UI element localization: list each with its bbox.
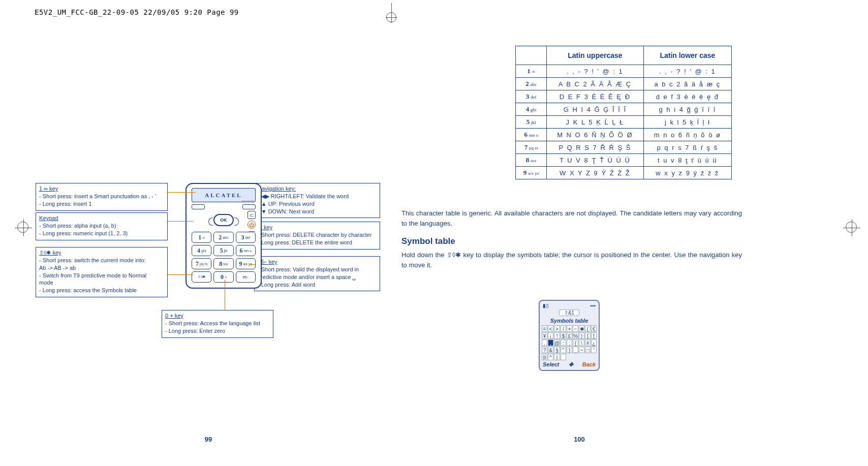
page-number-left: 99 [30,436,386,443]
lowercase-chars: p q r s 7 ß ŕ ş š [643,141,731,154]
key-7: 7pq rs [192,258,211,269]
symbol-cell: □ [585,347,591,353]
uppercase-chars: M N O 6 Ñ Ņ Õ Ö Ø [547,129,644,141]
symbol-cell: : [561,339,566,346]
uppercase-chars: J K L 5 Ķ Ĺ Ļ Ł [547,116,644,129]
ok-button: OK [213,214,234,226]
table-row: 3 defD E F 3 È É Ě Ę Đd e f 3 è é ě ę đ [516,90,732,103]
leader-line [249,231,255,232]
callout-hash-key: #¶⌐ key - Short press: Valid the display… [254,256,380,291]
symbol-cell: £ [567,332,572,339]
softkey-back: Back [582,361,596,368]
symbol-cell: } [567,347,572,353]
symbol-cell: ✱ [579,325,584,332]
symbol-cell: # [585,339,591,346]
phone-screen: ALCATEL [192,188,256,202]
key-6: 6mn o [236,245,256,256]
leader-line [168,192,196,193]
table-row: 8 tuvT U V 8 Ţ Ť Ù Ú Üt u v 8 ţ ť ù ú ü [516,154,732,167]
symbol-cell: + [567,325,572,332]
symbol-cell: _ [573,347,578,353]
lowercase-chars: . , - ? ! ' @ : 1 [643,65,731,78]
callout-title: Keypad [39,215,58,221]
symbol-cell: ; [567,339,572,346]
symbol-cell: @ [554,339,560,346]
symbol-cell: ~ [579,347,584,353]
row-key: 3 def [516,90,547,103]
symbols-table-figure: ▮▯▪▪▪ ⇧&1 Symbols table =<>/+−✱(€¥¡!$£%)… [539,300,600,371]
callout-zero-key: 0 + key - Short press: Access the langua… [162,310,273,338]
symbol-cell: ! [554,332,560,339]
table-row: 7 pq rsP Q R S 7 Ř Ŕ Ş Šp q r s 7 ß ŕ ş … [516,141,732,154]
instruction-text: Hold down the ⇧◊✱ key to display the sym… [401,250,742,270]
signal-icon: ▪▪▪ [590,303,596,308]
symbol-cell: § [554,347,560,353]
doc-header: E5V2_UM_FCC-GB_22-09-05 22/09/05 9:20 Pa… [35,8,239,16]
section-heading: Symbol table [401,235,742,248]
softkey-select: Select [543,361,559,368]
symbol-cell [561,354,566,360]
callout-nav-key: Navigation key: - ◀▶ RIGHT/LEFT: Validat… [254,183,380,218]
symbol-cell: / [561,325,566,332]
key-5: 5jkl [213,245,233,256]
uppercase-chars: A B C 2 Ã Ä Å Æ Ç [547,78,644,90]
lowercase-chars: t u v 8 ţ ť ù ú ü [643,154,731,167]
phone-diagram: ALCATEL OK ⊂ ⏻ 1∞ 2abc 3def 4ghi 5jkl 6m… [185,183,267,289]
table-row: 1 ∞. , - ? ! ' @ : 1. , - ? ! ' @ : 1 [516,65,732,78]
page-left: 1 ∞ key - Short press: insert a Smart pu… [30,30,386,447]
symbol-cell: ¥ [542,332,547,339]
callout-star-key: ⇧◊✱ key - Short press: switch the curren… [36,247,168,297]
row-key: 1 ∞ [516,65,547,78]
symbol-cell: \ [579,339,584,346]
uppercase-chars: W X Y Z 9 Ý Ź Ż Ž [547,167,644,179]
key-4: 4ghi [192,245,211,256]
key-star: ⇧◊✱ [192,271,211,283]
page-number-right: 100 [401,436,757,443]
symbol-cell: < [548,325,553,332]
table-row: 9 wx yzW X Y Z 9 Ý Ź Ż Žw x y z 9 ý ź ż … [516,167,732,179]
uppercase-chars: G H I 4 Ğ Ģ Î Ï Ī [547,103,644,116]
row-key: 2 abc [516,78,547,90]
key-2: 2abc [213,232,233,243]
page-right: Latin uppercaseLatin lower case 1 ∞. , -… [401,30,757,447]
note-text: This character table is generic. All ava… [401,208,742,228]
symbol-cell: { [573,339,578,346]
leader-line [168,274,193,275]
lowercase-chars: a b c 2 ã ä å æ ç [643,78,731,90]
symbol-cell: & [548,347,553,353]
col-header-lower: Latin lower case [643,46,731,65]
table-row: 5 jklJ K L 5 Ķ Ĺ Ļ Łj k l 5 ķ ĺ ļ ł [516,116,732,129]
symbol-cell: ¡ [548,332,553,339]
registration-mark-top [381,3,401,23]
symbol-cell: ? [542,347,547,353]
key-3: 3def [236,232,256,243]
leader-line [225,279,225,310]
symbol-cell: . [542,339,547,346]
key-hash: #¶⌐ [236,271,256,283]
uppercase-chars: D E F 3 È É Ě Ę Đ [547,90,644,103]
symbol-cell: % [573,332,578,339]
lowercase-chars: d e f 3 è é ě ę đ [643,90,731,103]
symbol-cell: | [554,354,560,360]
callout-c-key: ⊂ key - Short press: DELETE character by… [254,222,380,250]
symbol-cell: [ [585,332,591,339]
symbol-cell: 𝔹 [542,354,547,360]
symbol-cell: ] [591,332,597,339]
callout-keypad: Keypad - Short press: alpha input (a, b)… [36,212,168,240]
row-key: 8 tuv [516,154,547,167]
leader-line [241,201,254,201]
symbol-cell: " [561,347,566,353]
callout-key-1: 1 ∞ key - Short press: insert a Smart pu… [36,183,168,211]
leader-line [168,221,193,222]
symbol-cell: ' [591,347,597,353]
phone-brand: ALCATEL [205,192,242,198]
symbols-title: Symbols table [542,318,597,324]
callout-title: ⇧◊✱ key [39,250,61,256]
c-key: ⊂ [247,211,256,219]
key-1: 1∞ [192,232,211,243]
row-key: 9 wx yz [516,167,547,179]
lowercase-chars: w x y z 9 ý ź ż ž [643,167,731,179]
symbol-cell: , [548,339,553,346]
key-0: 0+ [213,271,233,283]
symbols-grid: =<>/+−✱(€¥¡!$£%)[].,@:;{\#¿?&§"}_~□'𝔹^| [542,325,597,360]
